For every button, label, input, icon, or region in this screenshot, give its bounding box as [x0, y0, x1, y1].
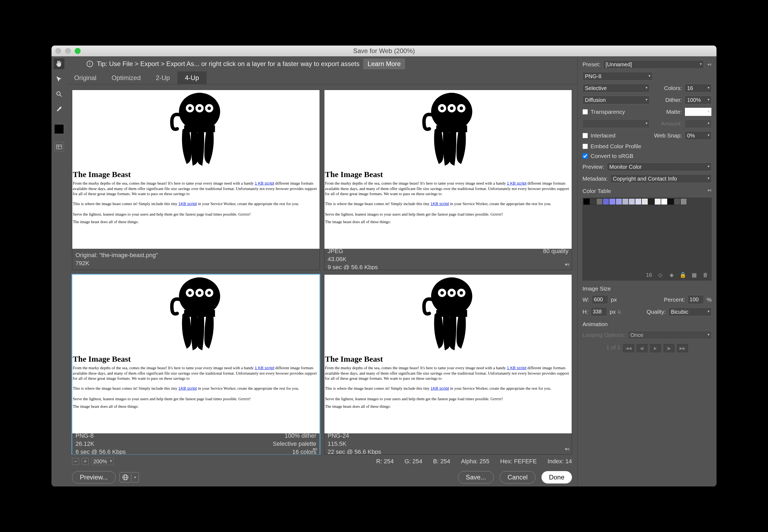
view-tabs: Original Optimized 2-Up 4-Up	[67, 71, 577, 84]
lock-color-icon[interactable]: 🔒	[680, 272, 686, 278]
transparency-checkbox[interactable]	[583, 109, 588, 115]
preview-cell-original[interactable]: The Image Beast From the murky depths of…	[72, 90, 320, 270]
preview-menu-icon[interactable]: ▾≡	[313, 447, 317, 452]
color-swatch[interactable]	[603, 198, 609, 205]
map-transparent-icon[interactable]: ◇	[657, 272, 663, 278]
svg-point-19	[450, 106, 453, 110]
color-swatch[interactable]	[590, 198, 596, 205]
new-color-icon[interactable]: ▦	[691, 272, 697, 278]
quality-select[interactable]: Bicubic	[669, 308, 712, 316]
zoom-tool[interactable]	[54, 89, 64, 99]
browser-preview-button[interactable]	[119, 472, 131, 482]
color-swatch[interactable]	[635, 198, 642, 205]
eyedropper-tool[interactable]	[54, 104, 64, 115]
last-frame-button: ▶▶	[677, 344, 688, 352]
delete-color-icon[interactable]: 🗑	[702, 272, 709, 278]
learn-more-button[interactable]: Learn More	[363, 58, 405, 69]
color-table-menu-icon[interactable]: ▾≡	[708, 188, 712, 192]
colors-select[interactable]: 16	[685, 84, 712, 92]
svg-point-10	[188, 106, 192, 110]
metadata-select[interactable]: Copyright and Contact Info	[610, 174, 712, 183]
svg-rect-2	[56, 145, 62, 149]
zoom-select[interactable]: 200%	[91, 458, 113, 465]
preset-select[interactable]: [Unnamed]	[603, 60, 704, 69]
done-button[interactable]: Done	[542, 471, 572, 483]
color-swatch[interactable]	[680, 198, 687, 205]
looping-select: Once	[628, 331, 712, 339]
metadata-label: Metadata:	[583, 175, 608, 182]
dither-method-select[interactable]: Diffusion	[583, 96, 650, 104]
color-swatch[interactable]	[674, 198, 680, 205]
preview-label: Preview:	[583, 164, 604, 170]
color-swatch[interactable]	[648, 198, 655, 205]
status-g: G: 254	[405, 458, 422, 465]
color-swatch[interactable]	[655, 198, 661, 205]
preview-color-select[interactable]: Monitor Color	[607, 163, 712, 171]
constrain-link-icon[interactable]: ⟀	[618, 309, 621, 315]
color-swatch[interactable]	[609, 198, 616, 205]
tab-original[interactable]: Original	[67, 71, 104, 84]
preview-cell-png8[interactable]: The Image Beast From the murky depths of…	[72, 274, 320, 455]
color-swatch[interactable]	[667, 198, 674, 205]
hand-tool[interactable]	[54, 58, 64, 69]
websnap-label: Web Snap:	[654, 132, 682, 139]
shift-websafe-icon[interactable]: ◈	[668, 272, 675, 278]
embed-profile-checkbox[interactable]	[583, 144, 588, 149]
preview-cell-png24[interactable]: The Image Beast From the murky depths of…	[324, 274, 572, 455]
color-table-title: Color Table	[583, 188, 611, 194]
tab-optimized[interactable]: Optimized	[104, 71, 148, 84]
color-swatch[interactable]	[661, 198, 667, 205]
color-swatch[interactable]	[622, 198, 629, 205]
width-input[interactable]	[592, 295, 608, 304]
eyedropper-color-swatch[interactable]	[54, 124, 64, 134]
animation-title: Animation	[583, 321, 712, 327]
svg-point-12	[207, 106, 211, 110]
color-reduction-select[interactable]: Selective	[583, 84, 650, 92]
preview-canvas[interactable]: The Image Beast From the murky depths of…	[72, 275, 319, 433]
preview-menu-icon[interactable]: ▾≡	[565, 262, 570, 267]
color-swatches[interactable]	[583, 198, 711, 205]
zoom-in-button[interactable]: +	[82, 458, 89, 465]
preview-cell-jpeg[interactable]: The Image Beast From the murky depths of…	[324, 90, 572, 270]
color-count: 16	[646, 272, 652, 278]
svg-line-1	[60, 95, 62, 97]
status-alpha: Alpha: 255	[461, 458, 490, 465]
preview-canvas[interactable]: The Image Beast From the murky depths of…	[324, 275, 572, 433]
tab-4up[interactable]: 4-Up	[177, 71, 206, 84]
save-for-web-dialog: Save for Web (200%) i Tip: Use File > Ex…	[51, 46, 717, 486]
status-row: − + 200% R: 254 G: 254 B: 254 Alpha: 255…	[67, 455, 577, 468]
svg-point-35	[450, 291, 453, 295]
color-swatch[interactable]	[583, 198, 590, 205]
image-size-title: Image Size	[583, 285, 712, 292]
preview-canvas[interactable]: The Image Beast From the murky depths of…	[324, 90, 572, 249]
format-select[interactable]: PNG-8	[583, 72, 653, 81]
transparency-dither-select	[583, 119, 650, 128]
color-swatch[interactable]	[629, 198, 635, 205]
color-swatch[interactable]	[642, 198, 648, 205]
tab-2up[interactable]: 2-Up	[148, 71, 177, 84]
preview-canvas[interactable]: The Image Beast From the murky depths of…	[72, 90, 319, 249]
cancel-button[interactable]: Cancel	[500, 471, 536, 483]
slice-select-tool[interactable]	[54, 74, 64, 84]
matte-select[interactable]	[685, 108, 712, 116]
color-swatch[interactable]	[616, 198, 622, 205]
preview-button[interactable]: Preview...	[72, 471, 116, 483]
next-frame-button: |▶	[664, 344, 674, 352]
height-input[interactable]	[591, 307, 607, 316]
percent-input[interactable]	[688, 295, 704, 304]
svg-point-34	[441, 291, 444, 295]
colors-label: Colors:	[652, 85, 682, 91]
zoom-out-button[interactable]: −	[72, 458, 79, 465]
dither-label: Dither:	[652, 97, 682, 103]
convert-srgb-checkbox[interactable]	[583, 153, 588, 159]
dither-select[interactable]: 100%	[685, 96, 712, 104]
interlaced-checkbox[interactable]	[583, 133, 588, 138]
color-swatch[interactable]	[596, 198, 603, 205]
browser-preview-dropdown[interactable]: ▾	[131, 472, 139, 482]
toggle-slices-visibility[interactable]	[54, 142, 64, 152]
websnap-select[interactable]: 0%	[685, 131, 712, 140]
preview-menu-icon[interactable]: ▾≡	[565, 447, 570, 452]
preset-menu-icon[interactable]: ▾≡	[708, 62, 712, 67]
info-icon: i	[87, 61, 93, 67]
save-button[interactable]: Save...	[458, 471, 494, 483]
